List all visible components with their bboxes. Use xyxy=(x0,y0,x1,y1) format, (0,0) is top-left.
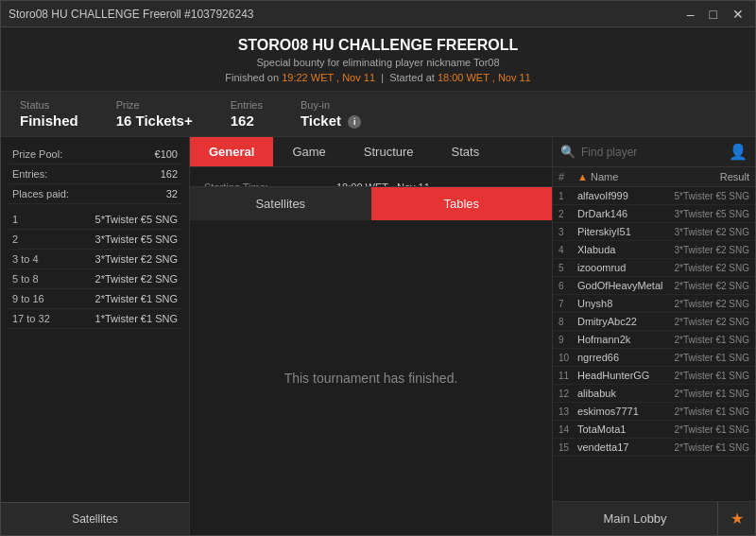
started-label: Started at xyxy=(389,72,435,83)
entries-row-label: Entries: xyxy=(12,168,47,180)
places-paid-label: Places paid: xyxy=(12,188,69,199)
tab-content-general: Starting Time: 18:00 WET , Nov 11 Starti… xyxy=(190,167,552,186)
entries-value: 162 xyxy=(231,112,263,129)
finished-label: Finished on xyxy=(225,72,279,83)
prize-label: Prize xyxy=(116,99,193,111)
entries-row-value: 162 xyxy=(161,168,178,180)
player-row[interactable]: 12 alibabuk 2*Twister €1 SNG xyxy=(553,385,755,403)
title-bar: Storo08 HU CHALLENGE Freeroll #103792624… xyxy=(1,1,755,27)
tournament-time: Finished on 19:22 WET , Nov 11 | Started… xyxy=(20,72,736,83)
add-player-icon[interactable]: 👤 xyxy=(729,143,747,161)
maximize-button[interactable]: □ xyxy=(706,7,721,22)
player-row[interactable]: 15 vendetta17 2*Twister €1 SNG xyxy=(553,439,755,457)
status-value: Finished xyxy=(20,112,78,129)
search-bar: 🔍 👤 xyxy=(553,137,755,167)
tab-stats[interactable]: Stats xyxy=(433,137,499,166)
tab-general[interactable]: General xyxy=(190,137,273,166)
payout-row-6: 17 to 32 1*Twister €1 SNG xyxy=(9,309,181,329)
entries-item: Entries 162 xyxy=(231,99,263,129)
payout-table: 1 5*Twister €5 SNG 2 3*Twister €5 SNG 3 … xyxy=(9,210,181,329)
prize-value: 16 Tickets+ xyxy=(116,112,193,129)
prize-item: Prize 16 Tickets+ xyxy=(116,99,193,129)
favorite-button[interactable]: ★ xyxy=(717,502,755,535)
finished-message: This tournament has finished. xyxy=(190,220,552,535)
window-controls: – □ ✕ xyxy=(683,7,747,22)
sort-arrow-icon: ▲ xyxy=(577,171,588,182)
main-lobby-button[interactable]: Main Lobby xyxy=(553,502,717,535)
entries-row: Entries: 162 xyxy=(9,164,181,184)
tab-game[interactable]: Game xyxy=(273,137,344,166)
payout-row-2: 2 3*Twister €5 SNG xyxy=(9,230,181,250)
col-header-result: Result xyxy=(664,171,749,182)
info-icon[interactable]: i xyxy=(348,115,361,129)
bottom-actions: Main Lobby ★ xyxy=(553,501,755,535)
player-row[interactable]: 13 eskimos7771 2*Twister €1 SNG xyxy=(553,403,755,421)
center-panel: General Game Structure Stats Starting Ti… xyxy=(190,137,552,535)
started-time: 18:00 WET , Nov 11 xyxy=(438,72,531,83)
col-header-num: # xyxy=(558,171,577,182)
bottom-tab-tables[interactable]: Tables xyxy=(371,187,553,220)
right-panel: 🔍 👤 # ▲ Name Result 1 alfavoIf999 5*Twis… xyxy=(552,137,755,535)
player-row[interactable]: 3 PiterskiyI51 3*Twister €2 SNG xyxy=(553,223,755,241)
left-panel: Prize Pool: €100 Entries: 162 Places pai… xyxy=(1,137,190,535)
player-row[interactable]: 9 Hofmann2k 2*Twister €1 SNG xyxy=(553,331,755,349)
places-paid-row: Places paid: 32 xyxy=(9,184,181,204)
status-item: Status Finished xyxy=(20,99,78,129)
player-list: 1 alfavoIf999 5*Twister €5 SNG 2 DrDark1… xyxy=(553,187,755,501)
search-input[interactable] xyxy=(581,146,723,159)
search-icon: 🔍 xyxy=(560,145,576,159)
payout-row-4: 5 to 8 2*Twister €2 SNG xyxy=(9,269,181,289)
finished-time: 19:22 WET , Nov 11 xyxy=(282,72,375,83)
tab-bar: General Game Structure Stats xyxy=(190,137,552,167)
player-row[interactable]: 7 Unysh8 2*Twister €2 SNG xyxy=(553,295,755,313)
places-paid-value: 32 xyxy=(166,188,178,199)
close-button[interactable]: ✕ xyxy=(729,7,747,22)
player-row[interactable]: 14 TotaMota1 2*Twister €1 SNG xyxy=(553,421,755,439)
payout-row-1: 1 5*Twister €5 SNG xyxy=(9,210,181,230)
main-content: Prize Pool: €100 Entries: 162 Places pai… xyxy=(1,137,755,535)
prize-pool-row: Prize Pool: €100 xyxy=(9,145,181,164)
buyin-value: Ticket i xyxy=(301,112,361,129)
prize-table: Prize Pool: €100 Entries: 162 Places pai… xyxy=(1,137,189,502)
entries-label: Entries xyxy=(231,99,263,111)
detail-starting-time: Starting Time: 18:00 WET , Nov 11 xyxy=(204,177,538,186)
player-row[interactable]: 4 Xlabuda 3*Twister €2 SNG xyxy=(553,241,755,259)
player-row[interactable]: 5 izooomrud 2*Twister €2 SNG xyxy=(553,259,755,277)
player-row[interactable]: 1 alfavoIf999 5*Twister €5 SNG xyxy=(553,187,755,205)
minimize-button[interactable]: – xyxy=(683,7,698,22)
payout-row-5: 9 to 16 2*Twister €1 SNG xyxy=(9,289,181,309)
info-bar: Status Finished Prize 16 Tickets+ Entrie… xyxy=(1,92,755,137)
bottom-tab-satellites[interactable]: Satellites xyxy=(190,187,371,220)
player-row[interactable]: 6 GodOfHeavyMetal 2*Twister €2 SNG xyxy=(553,277,755,295)
player-list-header: # ▲ Name Result xyxy=(553,167,755,187)
player-row[interactable]: 11 HeadHunterGG 2*Twister €1 SNG xyxy=(553,367,755,385)
prize-pool-value: €100 xyxy=(155,148,178,160)
buyin-item: Buy-in Ticket i xyxy=(301,99,361,129)
satellites-button[interactable]: Satellites xyxy=(1,502,189,535)
tournament-title: STORO08 HU CHALLENGE FREEROLL xyxy=(20,37,736,54)
player-row[interactable]: 10 ngrred66 2*Twister €1 SNG xyxy=(553,349,755,367)
tab-structure[interactable]: Structure xyxy=(345,137,433,166)
status-label: Status xyxy=(20,99,78,111)
col-header-name: ▲ Name xyxy=(577,171,664,182)
player-row[interactable]: 2 DrDark146 3*Twister €5 SNG xyxy=(553,205,755,223)
prize-pool-label: Prize Pool: xyxy=(12,148,62,160)
tournament-subtitle: Special bounty for eliminating player ni… xyxy=(20,57,736,68)
payout-row-3: 3 to 4 3*Twister €2 SNG xyxy=(9,250,181,269)
buyin-label: Buy-in xyxy=(301,99,361,111)
main-window: Storo08 HU CHALLENGE Freeroll #103792624… xyxy=(0,0,756,536)
tournament-header: STORO08 HU CHALLENGE FREEROLL Special bo… xyxy=(1,27,755,92)
window-title: Storo08 HU CHALLENGE Freeroll #103792624… xyxy=(9,8,253,21)
bottom-tab-bar: Satellites Tables xyxy=(190,186,552,220)
player-row[interactable]: 8 DmitryAbc22 2*Twister €2 SNG xyxy=(553,313,755,331)
